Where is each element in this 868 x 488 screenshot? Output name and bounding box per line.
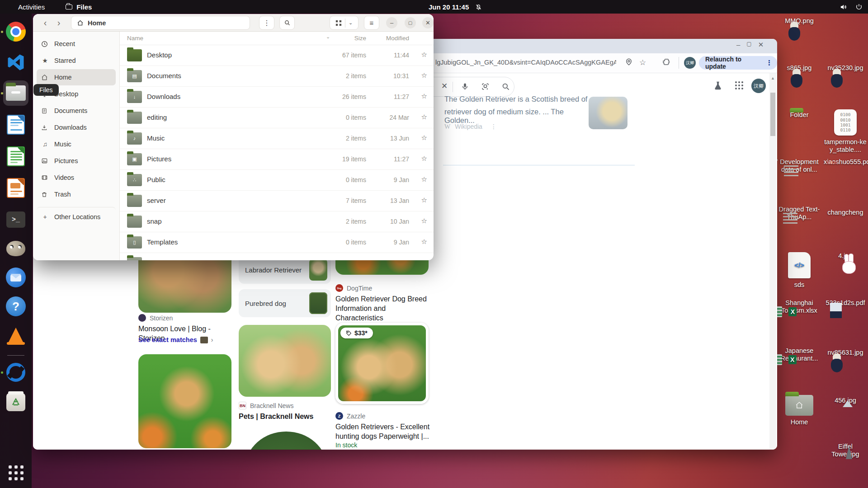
sidebar-item-home[interactable]: Home <box>37 69 116 85</box>
clear-search-icon[interactable]: ✕ <box>441 81 448 91</box>
see-exact-matches-link[interactable]: See exact matches › <box>138 336 213 343</box>
desktop-icon-xiaoshuo-pdf[interactable]: xiaoshuo555.pdf <box>824 158 867 166</box>
bracknell-source-row[interactable]: BN Bracknell News <box>239 402 293 409</box>
sidebar-item-starred[interactable]: ★ Starred <box>37 52 116 69</box>
profile-avatar[interactable]: 汉卿 <box>684 57 696 69</box>
files-close-button[interactable]: ✕ <box>422 17 434 28</box>
file-row-snap[interactable]: snap 2 items 10 Jan ☆ <box>120 211 434 232</box>
desktop-icon-nv35230[interactable]: nv35230.jpg <box>824 64 867 72</box>
sidebar-item-pictures[interactable]: Pictures <box>37 153 116 169</box>
file-row-server[interactable]: server 7 items 13 Jan ☆ <box>120 191 434 211</box>
location-pin-icon[interactable] <box>625 58 633 66</box>
url-bar[interactable]: lgJubigGOL_Jn_GK_40D&vsint=CAIqDAoCCAcSA… <box>435 59 616 66</box>
desktop-icon-home-folder[interactable]: Home <box>778 395 821 426</box>
desktop-icon-changcheng[interactable]: changcheng <box>824 209 867 216</box>
star-toggle[interactable]: ☆ <box>421 113 427 121</box>
app-menu[interactable]: Files <box>66 3 92 11</box>
dock-gimp[interactable] <box>3 236 28 261</box>
google-account-avatar[interactable]: 汉卿 <box>751 79 766 93</box>
column-header-name[interactable]: Name <box>127 35 143 42</box>
sidebar-item-documents[interactable]: Documents <box>37 103 116 119</box>
dock-files[interactable] <box>3 80 28 106</box>
labs-flask-icon[interactable] <box>713 80 723 90</box>
sidebar-item-recent[interactable]: Recent <box>37 36 116 52</box>
star-toggle[interactable]: ☆ <box>421 71 427 80</box>
star-toggle[interactable]: ☆ <box>421 134 427 142</box>
file-row-documents[interactable]: ▤ Documents 2 items 10:31 ☆ <box>120 66 434 87</box>
knowledge-kebab-icon[interactable]: ⋮ <box>491 123 497 130</box>
relaunch-button[interactable]: Relaunch to update ⋮ <box>699 56 777 70</box>
sidebar-item-other-locations[interactable]: + Other Locations <box>37 207 116 223</box>
desktop-icon-mmq[interactable]: MMQ.png <box>778 17 821 25</box>
star-toggle[interactable]: ☆ <box>421 51 427 59</box>
extensions-icon[interactable] <box>662 58 670 66</box>
star-toggle[interactable]: ☆ <box>421 92 427 100</box>
desktop-icon-eiffel[interactable]: Eiffel Tower.jpg <box>824 443 867 458</box>
desktop-icon-tampermonkey[interactable]: 0100 0010 1001 0110 tampermon-key_stable… <box>824 109 867 153</box>
file-row-templates[interactable]: ▯ Templates 0 items 9 Jan ☆ <box>120 232 434 253</box>
sidebar-item-music[interactable]: ♫ Music <box>37 136 116 152</box>
zazzle-title[interactable]: Golden Retrievers - Excellent hunting do… <box>335 422 433 441</box>
star-toggle[interactable]: ☆ <box>421 175 427 183</box>
desktop-icon-shanghai-xlsx[interactable]: Shanghai Tourism.xlsx <box>778 299 821 314</box>
star-toggle[interactable]: ☆ <box>421 196 427 204</box>
scroll-up-arrow[interactable]: ▲ <box>771 76 775 80</box>
dock-vscode[interactable] <box>3 50 28 75</box>
related-chip-purebred[interactable]: Purebred dog <box>239 289 331 317</box>
desktop-icon-japanese-xlsx[interactable]: Japanese Restaurant... <box>778 347 821 362</box>
activities-button[interactable]: Activities <box>18 3 45 11</box>
list-column-headers[interactable]: Name ⌄ Size Modified <box>120 32 434 45</box>
clock-menu[interactable]: Jun 20 11:45 <box>429 0 482 14</box>
dogtime-source-row[interactable]: Dog DogTime <box>335 284 372 292</box>
sidebar-item-videos[interactable]: Videos <box>37 169 116 186</box>
sidebar-item-trash[interactable]: Trash <box>37 186 116 202</box>
sort-chevron-icon[interactable]: ⌄ <box>326 34 330 40</box>
chrome-close-button[interactable]: ✕ <box>758 41 764 49</box>
result-image-puppies-flowers[interactable] <box>138 354 231 448</box>
desktop-icon-nv85631[interactable]: nv85631.jpg <box>824 349 867 357</box>
file-row-public[interactable]: ∴ Public 0 items 9 Jan ☆ <box>120 170 434 191</box>
dock-thunderbird[interactable] <box>3 265 28 290</box>
column-header-modified[interactable]: Modified <box>386 35 409 42</box>
file-row-desktop[interactable]: Desktop 67 items 11:44 ☆ <box>120 45 434 66</box>
files-headerbar[interactable]: ‹ › Home ⋮ ⌄ ≡ – ▢ ✕ <box>33 14 434 32</box>
column-header-size[interactable]: Size <box>354 35 366 42</box>
path-bar[interactable]: Home <box>71 16 250 30</box>
sidebar-item-downloads[interactable]: Downloads <box>37 119 116 136</box>
files-maximize-button[interactable]: ▢ <box>405 17 416 28</box>
system-status-area[interactable] <box>840 0 863 14</box>
file-row-music[interactable]: ♪ Music 2 items 13 Jun ☆ <box>120 128 434 149</box>
scrollbar-thumb[interactable] <box>770 93 775 136</box>
chrome-menu-kebab-icon[interactable]: ⋮ <box>766 59 773 67</box>
bracknell-title[interactable]: Pets | Bracknell News <box>239 412 334 422</box>
chrome-maximize-button[interactable]: ▢ <box>746 41 751 49</box>
dock-trash[interactable] <box>3 389 28 415</box>
star-toggle[interactable]: ☆ <box>421 217 427 225</box>
result-image-bracknell[interactable] <box>239 325 331 397</box>
desktop-icon-sds[interactable]: </> sds <box>778 252 821 289</box>
google-lens-icon[interactable] <box>481 82 490 91</box>
result-image-partial[interactable] <box>245 432 327 450</box>
forward-button[interactable]: › <box>53 17 65 28</box>
dogtime-title[interactable]: Golden Retriever Dog Breed Information a… <box>335 295 431 323</box>
browser-scrollbar[interactable]: ▲ <box>769 73 776 450</box>
dock-terminal[interactable]: >_ <box>3 207 28 232</box>
knowledge-source-row[interactable]: WWikipedia⋮ <box>444 123 497 131</box>
view-options-kebab-button[interactable]: ⋮ <box>259 16 274 30</box>
dock-software-updater[interactable] <box>3 360 28 385</box>
google-apps-grid-icon[interactable] <box>735 81 744 90</box>
zazzle-source-row[interactable]: Z Zazzle <box>335 412 365 420</box>
main-menu-button[interactable]: ≡ <box>364 16 379 30</box>
dock-chrome[interactable] <box>3 19 28 44</box>
bookmark-star-icon[interactable]: ☆ <box>639 58 646 67</box>
file-row-pictures[interactable]: ▣ Pictures 19 items 11:27 ☆ <box>120 149 434 170</box>
star-toggle[interactable]: ☆ <box>421 238 427 246</box>
file-row-partial[interactable] <box>120 253 434 260</box>
file-row-editing[interactable]: editing 0 items 24 Mar ☆ <box>120 108 434 128</box>
file-row-downloads[interactable]: ↓ Downloads 26 items 11:27 ☆ <box>120 87 434 108</box>
mic-icon[interactable] <box>461 82 469 91</box>
desktop-icon-456jpg[interactable]: 456.jpg <box>824 397 867 404</box>
search-button[interactable] <box>279 16 295 30</box>
dock-libreoffice-impress[interactable] <box>3 175 28 201</box>
desktop-icon-4jpg[interactable]: 4.jpg <box>824 252 867 260</box>
